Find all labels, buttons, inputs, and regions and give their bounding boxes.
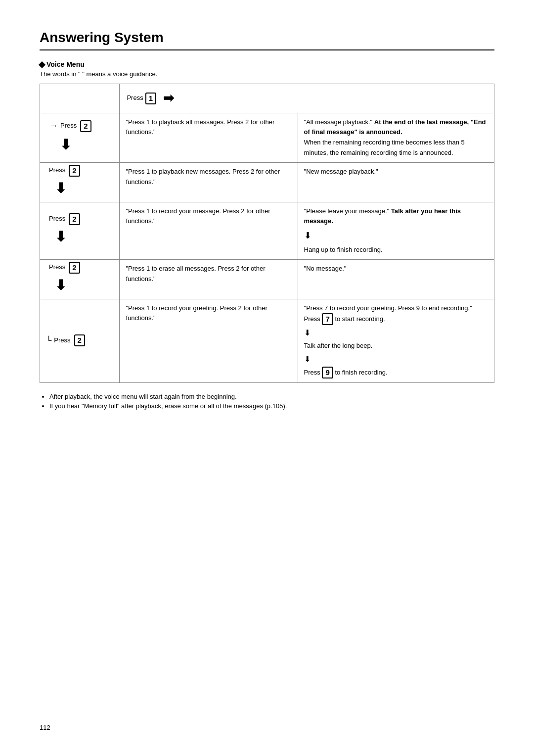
top-press-label: Press [127,93,143,103]
page-title: Answering System [40,30,494,50]
right-arrow-flow-icon: → [49,119,58,133]
description-text-5: "Press 7 to record your greeting. Press … [304,304,488,376]
table-row: Press 2 ⬇ "Press 1 to playback new messa… [40,162,494,202]
table-row: → Press 2 ⬇ "Press 1 to playback all mes… [40,113,494,162]
notes-list: After playback, the voice menu will star… [40,393,494,410]
description-text-3: "Please leave your message." Talk after … [304,207,488,253]
instruction-text-2: "Press 1 to playback new messages. Press… [126,168,280,186]
section-header: Voice Menu [40,60,494,68]
flow-cell-4: Press 2 ⬇ [40,259,120,299]
flow-cell-3: Press 2 ⬇ [40,202,120,259]
down-arrow-1: ⬇ [60,134,71,156]
instruction-text-1: "Press 1 to playback all messages. Press… [126,118,274,136]
key-9-btn: 9 [322,367,333,378]
key-7-btn: 7 [322,313,333,325]
press-label-1: Press [60,121,77,131]
description-text-4: "No message." [304,265,347,272]
top-flow-cell [40,84,120,113]
flow-cell-2: Press 2 ⬇ [40,162,120,202]
key-2-btn-2: 2 [69,165,80,177]
instruction-cell-4: "Press 1 to erase all messages. Press 2 … [120,259,298,299]
description-cell-5: "Press 7 to record your greeting. Press … [298,299,494,383]
description-cell-2: "New message playback." [298,162,494,202]
loop-arrow-icon: └ [46,334,51,347]
instruction-text-5: "Press 1 to record your greeting. Press … [126,304,267,322]
page-number: 112 [40,724,50,731]
right-arrow-icon: ➡ [163,88,174,109]
table-row: Press 2 ⬇ "Press 1 to erase all messages… [40,259,494,299]
key-2-btn-4: 2 [69,262,80,274]
top-press-line: Press 1 ➡ [127,88,487,109]
down-arrow-4: ⬇ [55,275,66,297]
flow-cell-1: → Press 2 ⬇ [40,113,120,162]
key-2-btn-3: 2 [69,213,80,225]
instruction-cell-3: "Press 1 to record your message. Press 2… [120,202,298,259]
press-label-2: Press [49,165,65,176]
top-press-cell: Press 1 ➡ [120,84,494,113]
description-cell-1: "All message playback." At the end of th… [298,113,494,162]
down-arrow-2: ⬇ [55,178,66,200]
instruction-cell-1: "Press 1 to playback all messages. Press… [120,113,298,162]
flow-cell-5: └ Press 2 [40,299,120,383]
subtitle: The words in " " means a voice guidance. [40,70,494,78]
table-row: └ Press 2 "Press 1 to record your greeti… [40,299,494,383]
top-row: Press 1 ➡ [40,84,494,113]
instruction-cell-5: "Press 1 to record your greeting. Press … [120,299,298,383]
instruction-text-3: "Press 1 to record your message. Press 2… [126,207,270,225]
key-1-btn: 1 [145,93,156,104]
instruction-cell-2: "Press 1 to playback new messages. Press… [120,162,298,202]
press-label-3: Press [49,214,65,224]
key-2-btn-5: 2 [74,334,85,346]
down-arrow-3: ⬇ [55,226,66,248]
section-label: Voice Menu [46,60,85,68]
note-item-2: If you hear "Memory full" after playback… [49,402,494,410]
press-label-5: Press [54,335,70,346]
description-cell-3: "Please leave your message." Talk after … [298,202,494,259]
description-cell-4: "No message." [298,259,494,299]
key-2-btn-1: 2 [80,120,91,132]
note-item-1: After playback, the voice menu will star… [49,393,494,400]
description-text-2: "New message playback." [304,168,378,175]
instruction-text-4: "Press 1 to erase all messages. Press 2 … [126,265,265,283]
description-text-1: "All message playback." At the end of th… [304,118,486,156]
table-row: Press 2 ⬇ "Press 1 to record your messag… [40,202,494,259]
voice-menu-table: Press 1 ➡ → Press 2 ⬇ "Press 1 to [40,84,494,383]
press-label-4: Press [49,262,65,273]
diamond-icon [39,61,45,68]
